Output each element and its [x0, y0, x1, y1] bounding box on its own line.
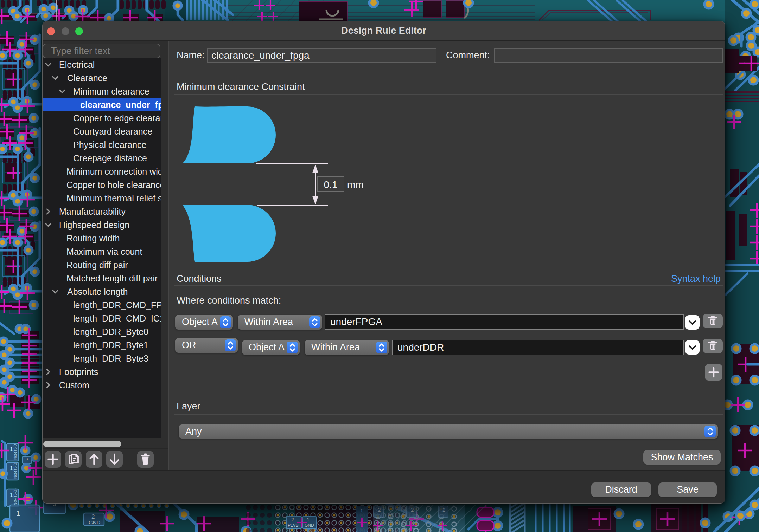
svg-text:1: 1: [16, 510, 20, 517]
svg-text:2: 2: [442, 507, 445, 513]
svg-text:3: 3: [26, 457, 28, 461]
svg-text:1: 1: [360, 507, 363, 513]
svg-text:2: 2: [291, 517, 294, 523]
svg-text:2: 2: [411, 507, 414, 513]
svg-text:0.1: 0.1: [324, 179, 338, 190]
svg-text:Net-(T5-D): Net-(T5-D): [13, 462, 17, 479]
svg-text:1: 1: [10, 446, 13, 452]
svg-text:Net-(T5-D): Net-(T5-D): [13, 488, 17, 505]
svg-text:1: 1: [10, 492, 13, 498]
svg-text:Net-(T5-D): Net-(T5-D): [13, 443, 17, 460]
svg-text:P1VB: P1VB: [288, 523, 299, 528]
svg-text:GND: GND: [305, 523, 314, 528]
svg-text:GND: GND: [89, 519, 101, 525]
svg-text:mm: mm: [347, 179, 364, 190]
svg-text:2: 2: [378, 507, 381, 513]
svg-text:1: 1: [10, 465, 13, 471]
svg-text:1: 1: [307, 517, 310, 523]
